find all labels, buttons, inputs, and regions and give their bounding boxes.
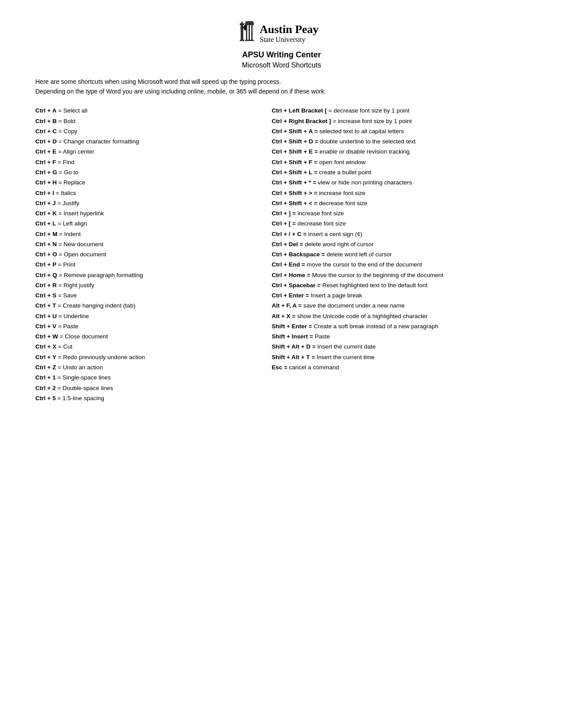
shortcut-desc: = Create hanging indent (tab): [56, 302, 136, 309]
shortcut-desc: = New document: [57, 241, 103, 248]
logo-container: 𝀀 Austin Peay State University: [35, 18, 528, 49]
shortcut-desc: view or hide non printing characters: [318, 179, 412, 186]
left-shortcut-item: Ctrl + G = Go to: [35, 168, 263, 177]
shortcut-desc: Insert a page break: [311, 292, 362, 299]
shortcut-key: Ctrl + E: [35, 148, 57, 155]
left-shortcut-item: Ctrl + C = Copy: [35, 127, 263, 136]
right-shortcut-item: Ctrl + Left Bracket [ = decrease font si…: [272, 106, 528, 116]
shortcut-desc: save the document under a new name: [303, 302, 405, 309]
shortcut-key: Ctrl + 5: [35, 395, 56, 402]
shortcut-key: Ctrl + 1: [35, 374, 56, 381]
shortcut-key: Ctrl + F: [35, 159, 56, 165]
left-shortcut-item: Ctrl + X = Cut: [35, 342, 263, 352]
shortcut-key: Ctrl + Shift + F =: [272, 159, 319, 165]
shortcut-desc: = decrease font size by 1 point: [327, 107, 409, 114]
right-shortcut-item: Ctrl + [ = decrease font size: [272, 219, 528, 229]
left-shortcut-item: Ctrl + Z = Undo an action: [35, 363, 263, 372]
shortcut-desc: Create a soft break instead of a new par…: [314, 323, 438, 330]
shortcut-desc: = Double-space lines: [56, 385, 113, 391]
shortcut-desc: = Undo an action: [56, 364, 103, 371]
right-shortcut-item: Alt + F, A = save the document under a n…: [272, 301, 528, 311]
shortcut-key: Ctrl + / + C =: [272, 231, 308, 237]
shortcut-desc: show the Unicode code of a highlighted c…: [297, 313, 428, 319]
shortcut-key: Ctrl + [ =: [272, 220, 298, 227]
left-shortcut-item: Ctrl + U = Underline: [35, 311, 263, 321]
shortcut-key: Shift + Insert =: [272, 333, 315, 340]
shortcut-key: Ctrl + V: [35, 323, 57, 330]
left-shortcut-item: Ctrl + T = Create hanging indent (tab): [35, 301, 263, 311]
shortcut-desc: = Indent: [57, 231, 81, 237]
right-shortcut-item: Ctrl + Shift + D = double underline to t…: [272, 137, 528, 146]
writing-center-title: APSU Writing Center: [35, 50, 528, 60]
left-shortcut-item: Ctrl + R = Right justify: [35, 281, 263, 290]
right-shortcut-item: Ctrl + Shift + > = increase font size: [272, 188, 528, 198]
right-shortcut-item: Ctrl + End = move the cursor to the end …: [272, 260, 528, 270]
right-shortcut-item: Ctrl + Shift + L = create a bullet point: [272, 168, 528, 177]
shortcut-desc: = Justify: [56, 200, 79, 206]
shortcut-desc: Insert the current time: [317, 354, 374, 360]
right-shortcut-item: Shift + Alt + T = Insert the current tim…: [272, 353, 528, 362]
shortcut-key: Ctrl + Shift + A =: [272, 128, 319, 135]
left-shortcut-item: Ctrl + N = New document: [35, 240, 263, 249]
left-shortcut-item: Ctrl + 2 = Double-space lines: [35, 383, 263, 393]
shortcuts-grid: Ctrl + A = Select allCtrl + B = BoldCtrl…: [35, 106, 528, 404]
svg-rect-6: [249, 24, 250, 40]
shortcut-desc: delete word left of cursor: [327, 251, 392, 258]
svg-rect-9: [245, 40, 254, 41]
shortcut-desc: Move the cursor to the beginning of the …: [312, 272, 443, 278]
shortcut-key: Ctrl + Enter =: [272, 292, 311, 299]
right-shortcut-item: Ctrl + Spacebar = Reset highlighted text…: [272, 281, 528, 290]
shortcut-key: Ctrl + Shift + L =: [272, 169, 319, 176]
left-shortcut-item: Ctrl + K = Insert hyperlink: [35, 209, 263, 218]
right-shortcut-item: Ctrl + Enter = Insert a page break: [272, 291, 528, 300]
right-shortcut-item: Esc = cancel a command: [272, 363, 528, 372]
shortcut-desc: = Remove paragraph formatting: [57, 272, 143, 278]
shortcut-key: Ctrl + Z: [35, 364, 56, 371]
shortcut-desc: = Change character formatting: [57, 138, 139, 145]
logo-name-text: Austin Peay: [260, 23, 319, 36]
left-shortcut-item: Ctrl + E = Align center: [35, 147, 263, 157]
right-shortcut-item: Shift + Alt + D = Insert the current dat…: [272, 342, 528, 352]
shortcut-key: Ctrl + J: [35, 200, 56, 206]
shortcut-key: Ctrl + I: [35, 190, 54, 196]
right-shortcut-item: Ctrl + Shift + F = open font window: [272, 158, 528, 167]
left-shortcut-item: Ctrl + Y = Redo previously undone action: [35, 353, 263, 362]
page-header: 𝀀 Austin Peay State University APSU Writ…: [35, 18, 528, 69]
right-shortcut-item: Ctrl + Home = Move the cursor to the beg…: [272, 270, 528, 280]
left-shortcut-item: Ctrl + O = Open document: [35, 250, 263, 259]
shortcut-key: Ctrl + Shift + D =: [272, 138, 320, 145]
right-shortcut-item: Ctrl + ] = increase font size: [272, 209, 528, 218]
shortcut-key: Ctrl + B: [35, 118, 57, 124]
left-shortcut-item: Ctrl + V = Paste: [35, 322, 263, 331]
shortcut-key: Ctrl + U: [35, 313, 57, 319]
svg-rect-8: [245, 23, 254, 25]
shortcut-key: Ctrl + N: [35, 241, 57, 248]
left-shortcut-item: Ctrl + L = Left align: [35, 219, 263, 229]
shortcut-key: Ctrl + ] =: [272, 210, 298, 217]
shortcut-desc: = Open document: [57, 251, 106, 258]
shortcut-desc: = Select all: [57, 107, 87, 114]
shortcut-key: Ctrl + Right Bracket ]: [272, 118, 331, 124]
shortcut-key: Shift + Alt + D =: [272, 343, 317, 350]
logo-state-text: State University: [260, 36, 306, 44]
shortcut-desc: move the cursor to the end of the docume…: [307, 261, 422, 268]
left-shortcut-item: Ctrl + I = Italics: [35, 188, 263, 198]
right-shortcut-item: Ctrl + Shift + E = enable or disable rev…: [272, 147, 528, 157]
intro-paragraph: Here are some shortcuts when using Micro…: [35, 77, 528, 96]
shortcut-key: Alt + X =: [272, 313, 297, 319]
right-shortcut-item: Ctrl + Right Bracket ] = increase font s…: [272, 116, 528, 126]
shortcut-desc: Paste: [315, 333, 330, 340]
shortcut-desc: = Italics: [54, 190, 76, 196]
left-shortcut-item: Ctrl + S = Save: [35, 291, 263, 300]
shortcut-key: Esc =: [272, 364, 289, 371]
shortcut-key: Ctrl + K: [35, 210, 57, 217]
shortcut-key: Ctrl + H: [35, 179, 57, 186]
shortcut-desc: = Go to: [57, 169, 78, 176]
shortcut-desc: = Cut: [57, 343, 72, 350]
shortcut-key: Ctrl + Shift + > =: [272, 190, 319, 196]
left-shortcut-item: Ctrl + D = Change character formatting: [35, 137, 263, 146]
left-shortcut-item: Ctrl + P = Print: [35, 260, 263, 270]
svg-rect-1: [241, 24, 243, 40]
shortcut-desc: decrease font size: [298, 220, 346, 227]
shortcut-key: Ctrl + Y: [35, 354, 56, 360]
